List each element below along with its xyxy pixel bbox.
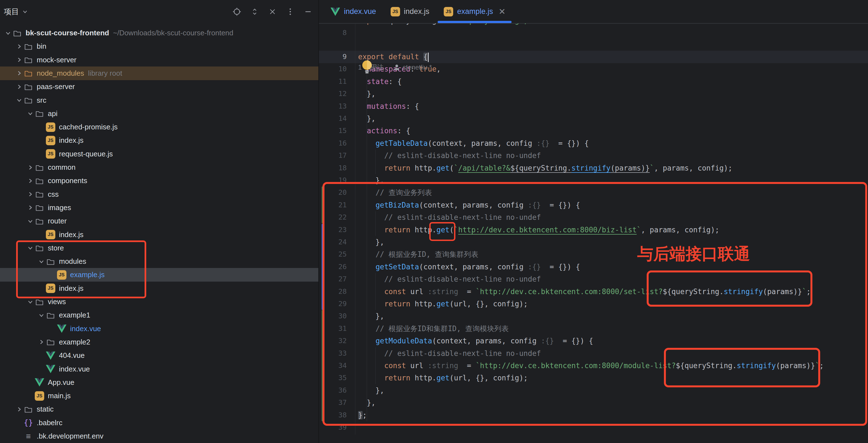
vue-file-icon [57,324,66,333]
chevron-right-icon[interactable] [26,203,34,212]
tree-item-main.js[interactable]: JSmain.js [0,389,344,403]
tree-item-label: example1 [59,311,90,320]
chevron-right-icon [26,378,34,386]
code-line-37[interactable]: }, [358,396,376,409]
chevron-down-icon[interactable] [37,311,45,320]
code-line-26[interactable]: getSetData(context, params, config :{} =… [358,261,580,273]
chevron-right-icon[interactable] [15,69,23,77]
tree-item-.babelrc[interactable]: {}.babelrc [0,416,333,430]
vue-file-icon [331,7,340,16]
tree-item-modules[interactable]: modules [0,255,355,268]
tree-item-App.vue[interactable]: App.vue [0,376,344,389]
tree-item-mock-server[interactable]: mock-server [0,53,333,67]
tree-item-static[interactable]: static [0,402,333,416]
chevron-down-icon[interactable] [26,109,34,118]
chevron-right-icon[interactable] [37,338,45,346]
chevron-down-icon[interactable] [4,29,12,37]
code-line-29[interactable]: return http.get(url, {}, config); [358,298,528,310]
tree-item-example.js[interactable]: JSexample.js [0,268,367,282]
chevron-right-icon[interactable] [15,56,23,64]
code-line-38[interactable]: }; [358,409,367,421]
tree-item-index.js[interactable]: JSindex.js [0,228,355,241]
folder-icon [35,203,44,212]
code-line-18[interactable]: return http.get(`/api/table?&${queryStri… [358,162,732,174]
code-line-7[interactable]: import queryString from 'query-string'; [358,23,528,27]
code-line-23[interactable]: return http.get(`http://dev.ce.bktencent… [358,224,719,236]
tree-item-index.vue[interactable]: index.vue [0,362,355,376]
tree-item-index.vue[interactable]: index.vue [0,322,367,335]
tree-item-index.js[interactable]: JSindex.js [0,282,355,295]
code-line-35[interactable]: return http.get(url, {}, config); [358,372,528,384]
code-line-14[interactable]: }, [358,112,376,125]
code-line-27[interactable]: // eslint-disable-next-line no-undef [358,273,541,285]
more-options-icon[interactable] [285,7,295,17]
folder-icon [46,257,55,266]
chevron-right-icon[interactable] [26,177,34,185]
code-line-31[interactable]: // 根据业务ID和集群ID, 查询模块列表 [358,323,509,335]
chevron-down-icon[interactable] [26,244,34,252]
tab-index.vue[interactable]: index.vue [323,0,383,23]
code-line-22[interactable]: // eslint-disable-next-line no-undef [358,211,541,224]
chevron-right-icon[interactable] [26,190,34,198]
tree-item-index.js[interactable]: JSindex.js [0,134,355,147]
code-line-13[interactable]: mutations: { [358,100,419,112]
chevron-right-icon[interactable] [26,163,34,172]
tab-example.js[interactable]: JSexample.js✕ [436,0,513,23]
collapse-all-icon[interactable] [268,7,277,17]
locate-target-icon[interactable] [232,7,242,17]
tree-item-request-queue.js[interactable]: JSrequest-queue.js [0,147,355,161]
tree-item-nodemodules[interactable]: node_moduleslibrary root [0,66,333,80]
code-line-12[interactable]: }, [358,88,376,100]
code-line-17[interactable]: // eslint-disable-next-line no-undef [358,149,541,162]
tree-item-label: index.vue [70,324,101,333]
tree-item-cached-promise.js[interactable]: JScached-promise.js [0,120,355,134]
chevron-right-icon[interactable] [15,42,23,51]
code-line-16[interactable]: getTableData(context, params, config :{}… [358,137,589,149]
chevron-right-icon[interactable] [15,83,23,91]
tree-item-router[interactable]: router [0,214,344,228]
close-tab-icon[interactable]: ✕ [498,7,505,17]
tree-item-.bk.development.env[interactable]: ≡.bk.development.env [0,430,333,443]
tree-item-api[interactable]: api [0,107,344,120]
code-line-36[interactable]: }, [358,384,384,396]
chevron-down-icon[interactable] [22,8,28,15]
tree-item-views[interactable]: views [0,295,344,308]
code-line-28[interactable]: const url :string = `http://dev.ce.bkten… [358,286,811,298]
code-line-15[interactable]: actions: { [358,125,410,137]
chevron-down-icon[interactable] [37,257,45,266]
expand-all-icon[interactable] [250,7,259,17]
code-line-30[interactable]: }, [358,310,384,322]
chevron-right-icon[interactable] [15,405,23,414]
code-line-25[interactable]: // 根据业务ID, 查询集群列表 [358,248,478,261]
tree-item-bk-scut-course-frontend[interactable]: bk-scut-course-frontend~/Downloads/bk-sc… [0,26,322,40]
tree-item-components[interactable]: components [0,174,344,187]
code-line-20[interactable]: // 查询业务列表 [358,186,432,199]
tree-item-paas-server[interactable]: paas-server [0,80,333,93]
tree-item-404.vue[interactable]: 404.vue [0,349,355,362]
project-panel-title[interactable]: 项目 [4,7,19,17]
tree-item-subtext: ~/Downloads/bk-scut-course-frontend [113,29,233,37]
tree-item-store[interactable]: store [0,241,344,255]
chevron-down-icon[interactable] [26,298,34,306]
intention-bulb-icon[interactable] [361,60,373,74]
chevron-down-icon[interactable] [26,217,34,226]
author-hint[interactable]: ctenetliu * [393,63,432,71]
chevron-down-icon[interactable] [15,96,23,105]
code-line-19[interactable]: }, [358,174,384,186]
code-line-33[interactable]: // eslint-disable-next-line no-undef [358,347,541,359]
tree-item-bin[interactable]: bin [0,39,333,53]
tree-item-src[interactable]: src [0,93,333,107]
tree-item-example2[interactable]: example2 [0,335,355,349]
tab-index.js[interactable]: JSindex.js [383,0,437,23]
tree-item-example1[interactable]: example1 [0,308,355,322]
tree-item-images[interactable]: images [0,201,344,214]
tree-item-common[interactable]: common [0,160,344,174]
code-line-21[interactable]: getBizData(context, params, config :{} =… [358,199,580,211]
hide-panel-icon[interactable] [303,7,313,17]
code-line-24[interactable]: }, [358,236,384,248]
code-line-32[interactable]: getModuleData(context, params, config :{… [358,335,593,347]
code-line-11[interactable]: state: { [358,76,402,88]
code-line-34[interactable]: const url :string = `http://dev.ce.bkten… [358,359,824,372]
code-editor[interactable]: 8910111213141516171819202122232425262728… [319,23,868,435]
tree-item-css[interactable]: css [0,187,344,201]
